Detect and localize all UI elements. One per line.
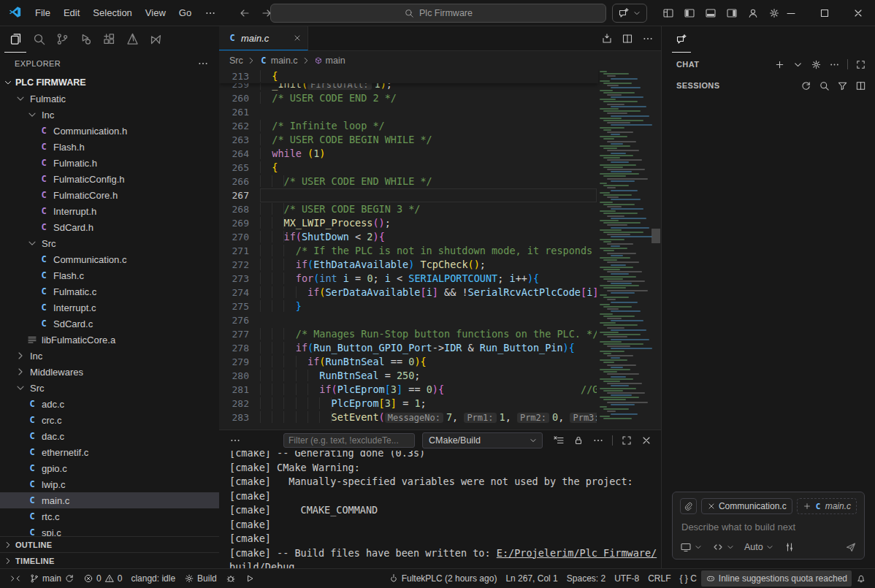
close-icon[interactable] [641,435,652,446]
tree-item-gpio-c[interactable]: Cgpio.c [0,460,219,476]
tree-item-crc-c[interactable]: Ccrc.c [0,412,219,428]
account-icon[interactable] [746,6,760,20]
ellipsis-icon[interactable] [198,4,223,22]
code-line-280[interactable]: 280 RunBtnSeal = 250; [219,369,661,383]
line-number[interactable]: 264 [219,147,260,161]
code-line-263[interactable]: 263 /* USER CODE BEGIN WHILE */ [219,133,661,147]
explorer-more-icon[interactable] [197,58,209,69]
filter-icon[interactable] [837,80,848,91]
code-line-277[interactable]: 277 /* Manages Run-Stop button functions… [219,327,661,341]
ellipsis-icon[interactable] [829,59,840,70]
context-chip-communication-c[interactable]: Communication.c [701,498,792,514]
activity-run-debug[interactable] [74,26,96,53]
attach-context-button[interactable] [680,498,697,514]
ellipsis-icon[interactable] [592,435,604,446]
status-clangd[interactable]: clangd: idle [126,570,180,587]
line-number[interactable]: 261 [219,105,260,119]
tree-item-communication-h[interactable]: CCommunication.h [0,123,219,139]
code-line-278[interactable]: 278 if(Run_Button_GPIO_Port->IDR & Run_B… [219,341,661,355]
breadcrumb-main[interactable]: main [314,56,345,66]
tree-item-communication-c[interactable]: CCommunication.c [0,251,219,267]
code-line-265[interactable]: 265 { [219,161,661,175]
tree-item-src[interactable]: Src [0,380,219,396]
code-line-281[interactable]: 281 if(PlcEprom[3] == 0){ //G [219,383,661,397]
chat-input-box[interactable]: Communication.c C main.c Describe what t… [672,492,865,560]
tree-item-sdcard-c[interactable]: CSdCard.c [0,316,219,332]
tree-item-inc[interactable]: Inc [0,348,219,364]
code-line-264[interactable]: 264 while (1) [219,147,661,161]
remove-context-icon[interactable] [707,502,716,511]
code-line-271[interactable]: 271 /* If the PLC is not in shutdown mod… [219,244,661,258]
activity-files[interactable] [4,26,26,53]
status-cmake-launch[interactable] [240,570,259,587]
tree-item-fulmatic[interactable]: Fulmatic [0,91,219,107]
lock-icon[interactable] [573,435,584,446]
tree-item-flash-h[interactable]: CFlash.h [0,139,219,155]
tree-item-fulmatic-c[interactable]: CFulmatic.c [0,283,219,299]
menu-view[interactable]: View [139,4,172,21]
tree-item-libfulmaticcore-a[interactable]: libFulmaticCore.a [0,332,219,348]
tree-item-sdcard-h[interactable]: CSdCard.h [0,219,219,235]
tree-item-fulmaticconfig-h[interactable]: CFulmaticConfig.h [0,171,219,187]
timeline-header[interactable]: TIMELINE [0,552,219,568]
scrollbar-thumb[interactable] [652,229,660,243]
tree-item-interrupt-h[interactable]: CInterrupt.h [0,203,219,219]
code-line-276[interactable]: 276 [219,313,661,327]
menu-selection[interactable]: Selection [86,4,138,21]
status-language-mode[interactable]: { } C [676,570,701,587]
line-number[interactable]: 267 [219,188,260,202]
minimize-icon[interactable] [774,0,808,26]
code-line-269[interactable]: 269 MX_LWIP_Process(); [219,216,661,230]
line-number[interactable]: 280 [219,369,260,383]
maximize-window-icon[interactable] [808,0,841,26]
code-line-273[interactable]: 273 for(int i = 0; i < SERIALPORTCOUNT; … [219,272,661,286]
command-center[interactable]: Plc Firmware [270,4,606,23]
status-cmake-kit[interactable]: FultekPLC (2 hours ago) [384,570,502,587]
line-number[interactable]: 279 [219,355,260,369]
code-line-283[interactable]: 283 SetEvent(MessageNo:7, Prm1:1, Prm2:0… [219,411,661,424]
tree-item-adc-c[interactable]: Cadc.c [0,396,219,412]
status-remote[interactable] [6,570,25,587]
activity-source-control[interactable] [51,26,73,53]
code-line-279[interactable]: 279 if(RunBtnSeal == 0){ [219,355,661,369]
line-number[interactable]: 276 [219,313,260,327]
code-line-213[interactable]: 213 { [219,69,342,83]
line-number[interactable]: 266 [219,175,260,188]
code-line-282[interactable]: 282 PlcEprom[3] = 1; [219,397,661,411]
status-branch[interactable]: main [25,570,79,587]
line-number[interactable]: 273 [219,272,260,286]
sticky-scroll-line[interactable]: 213 { [219,69,598,83]
code-line-262[interactable]: 262 /* Infinite loop */ [219,119,661,133]
line-number[interactable]: 260 [219,91,260,105]
ellipsis-icon[interactable] [642,33,654,45]
flash-download-icon[interactable] [601,33,613,45]
tree-item-rtc-c[interactable]: Crtc.c [0,508,219,524]
output-source-select[interactable]: CMake/Build [422,432,543,448]
tree-item-inc[interactable]: Inc [0,107,219,123]
nav-back-icon[interactable] [239,7,251,19]
status-copilot-status[interactable]: Inline suggestions quota reached [701,570,852,587]
tree-item-dac-c[interactable]: Cdac.c [0,428,219,444]
line-number[interactable]: 277 [219,327,260,341]
line-number[interactable]: 282 [219,397,260,411]
breadcrumb-main-c[interactable]: Cmain.c [259,56,298,66]
close-icon[interactable] [841,0,875,26]
line-number[interactable]: 283 [219,411,260,424]
tab-close-icon[interactable] [293,34,302,42]
code-line-267[interactable]: 267 [219,188,661,202]
output-filter-input[interactable] [283,433,415,448]
tree-item-spi-c[interactable]: Cspi.c [0,524,219,536]
chat-control-code-tags[interactable] [712,541,735,553]
status-indentation[interactable]: Spaces: 2 [562,570,610,587]
code-line-261[interactable]: 261 [219,105,661,119]
minimap[interactable] [598,69,651,429]
status-problems[interactable]: 00 [79,570,126,587]
outline-header[interactable]: OUTLINE [0,536,219,552]
tree-section-plc-firmware[interactable]: PLC FIRMWARE [0,75,219,91]
chat-view-icon[interactable] [672,26,691,53]
tree-item-middlewares[interactable]: Middlewares [0,364,219,380]
line-number[interactable]: 272 [219,258,260,272]
line-number[interactable]: 269 [219,216,260,230]
activity-custom-extension[interactable] [145,26,167,53]
status-encoding[interactable]: UTF-8 [610,570,643,587]
